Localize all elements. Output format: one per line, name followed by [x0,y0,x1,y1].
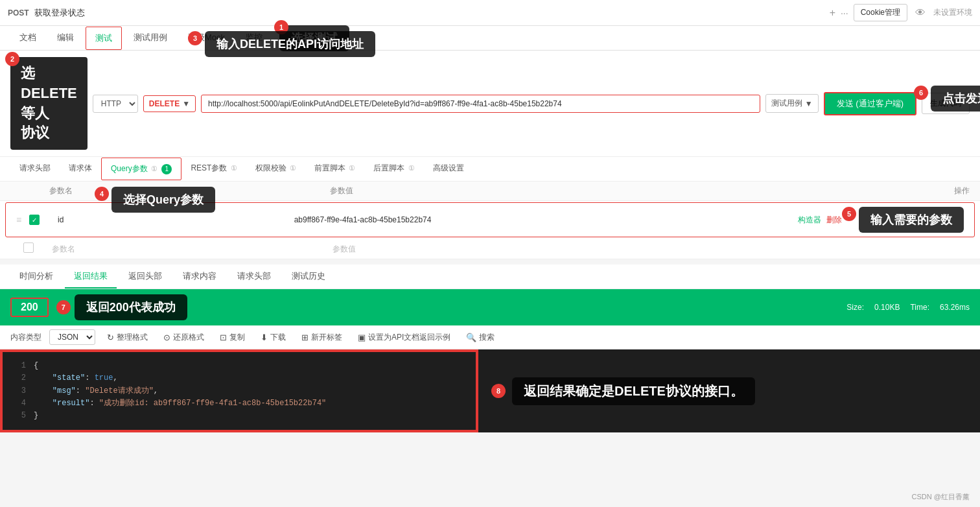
tab-testcase[interactable]: 测试用例 [124,27,176,50]
annotation-8-area: 8 返回结果确定是DELETE协议的接口。 [478,349,980,432]
param-name-input[interactable] [55,214,292,226]
new-tab-btn[interactable]: ⊞ 新开标签 [298,330,346,345]
format-icon: ↻ [107,333,114,342]
code-line-2: 2 "state": true, [13,372,465,384]
download-btn[interactable]: ⬇ 下载 [257,330,290,345]
format-label: 整理格式 [117,332,148,343]
restore-btn[interactable]: ⊙ 还原格式 [159,330,208,345]
params-tab-post[interactable]: 后置脚本 ① [364,158,423,180]
search-label: 搜索 [479,332,495,343]
params-tab-advanced[interactable]: 高级设置 [424,158,473,180]
api-doc-btn[interactable]: ▣ 设置为API文档返回示例 [354,330,454,345]
new-tab-label: 新开标签 [311,332,342,343]
content-type-select[interactable]: JSON [49,329,95,345]
code-content-4: "result": "成功删除id: ab9ff867-ff9e-4fa1-ac… [34,397,326,410]
query-params-tab-wrap: Query参数 ① 1 4 选择Query参数 [101,158,181,180]
method-name: DELETE [149,99,180,108]
search-icon: 🔍 [466,333,476,342]
response-toolbar: 内容类型 JSON ↻ 整理格式 ⊙ 还原格式 ⊡ 复制 ⬇ 下载 ⊞ 新开标签… [0,325,980,349]
result-tab-header[interactable]: 返回头部 [119,265,171,289]
ann-label-5: 输入需要的参数 [859,207,964,233]
nav-tabs: 文档 编辑 测试 测试用例 高级Mock 监控 1 选择测试 [0,26,980,51]
tab-edit[interactable]: 编辑 [48,27,83,50]
empty-value-cell [330,243,892,255]
code-block: 1 { 2 "state": true, 3 "msg": "Delete请求成… [1,351,477,431]
ann-num-6: 6 [914,86,928,100]
tab-test[interactable]: 测试 [86,27,122,50]
ann-label-8: 返回结果确定是DELETE协议的接口。 [512,377,755,405]
code-content-5: } [34,410,38,422]
query-badge: 1 [161,164,172,174]
env-text: 未设置环境 [933,7,972,18]
empty-name-input[interactable] [49,243,330,255]
test-case-label: 测试用例 [771,98,802,109]
test-case-btn[interactable]: 测试用例 ▼ [765,94,819,113]
result-tab-req-header[interactable]: 请求头部 [228,265,280,289]
search-btn[interactable]: 🔍 搜索 [462,330,498,345]
constructor-link[interactable]: 构造器 [798,215,821,226]
top-bar-actions: Cookie管理 👁 未设置环境 [854,4,972,21]
param-value-cell [292,214,764,226]
result-tab-time[interactable]: 时间分析 [10,265,62,289]
params-tab-auth[interactable]: 权限校验 ① [246,158,305,180]
row-check[interactable]: ✓ [29,215,55,225]
result-tab-history[interactable]: 测试历史 [283,265,334,289]
checkbox[interactable]: ✓ [29,215,40,225]
result-tab-result[interactable]: 返回结果 [65,265,117,289]
content-type-label: 内容类型 [10,332,41,343]
empty-value-input[interactable] [330,243,892,255]
drag-handle[interactable]: ≡ [16,215,29,225]
tab-more-icon[interactable]: ··· [841,8,848,18]
time-label: Time: [910,303,929,312]
size-value: 0.10KB [874,303,900,312]
top-bar: POST 获取登录状态 + ··· Cookie管理 👁 未设置环境 [0,0,980,26]
delete-link[interactable]: 删除 [826,215,842,226]
code-line-5: 5 } [13,410,465,422]
col-action-header: 操作 [892,185,970,196]
params-tab-body[interactable]: 请求体 [60,158,101,180]
url-input[interactable] [201,95,760,113]
tab-add-icon[interactable]: + [830,7,835,19]
param-value-input[interactable] [292,214,764,226]
send-btn[interactable]: 发送 (通过客户端) [824,92,916,115]
params-tab-query[interactable]: Query参数 ① 1 [101,158,181,180]
download-icon: ⬇ [261,333,268,342]
ann-label-6: 点击发送 [931,86,980,112]
code-content-1: { [34,360,38,372]
code-line-3: 3 "msg": "Delete请求成功", [13,385,465,397]
ann-label-7: 返回200代表成功 [75,294,187,320]
annotation-2-wrap: 2 选DELETE等人协议 [10,57,88,150]
status-code: 200 [10,298,49,317]
empty-checkbox[interactable] [23,242,34,253]
annotation-4-wrap: 4 选择Query参数 [95,187,215,213]
test-case-chevron: ▼ [805,99,813,108]
copy-label: 复制 [229,332,245,343]
ann-num-3: 3 [188,31,202,45]
copy-icon: ⊡ [220,333,227,342]
http-select[interactable]: HTTP [93,95,138,113]
param-name-cell [55,214,292,226]
cookie-btn[interactable]: Cookie管理 [854,4,907,21]
ann-num-7: 7 [56,300,71,314]
eye-icon[interactable]: 👁 [915,7,926,19]
copy-btn[interactable]: ⊡ 复制 [216,330,249,345]
params-tab-pre[interactable]: 前置脚本 ① [305,158,364,180]
tab-doc[interactable]: 文档 [10,27,45,50]
result-tab-request[interactable]: 请求内容 [174,265,226,289]
status-bar: 200 7 返回200代表成功 Size: 0.10KB Time: 63.26… [0,289,980,325]
download-label: 下载 [270,332,286,343]
params-tab-rest[interactable]: REST参数 ① [181,158,246,180]
top-bar-title: 获取登录状态 [34,7,824,19]
restore-label: 还原格式 [173,332,204,343]
code-area: 1 { 2 "state": true, 3 "msg": "Delete请求成… [0,349,980,432]
params-tabs: 请求头部 请求体 Query参数 ① 1 4 选择Query参数 REST参数 … [0,157,980,182]
size-label: Size: [846,303,864,312]
format-btn[interactable]: ↻ 整理格式 [103,330,152,345]
method-select[interactable]: DELETE ▼ [143,95,196,112]
annotation-6-wrap: 6 点击发送 [914,86,980,112]
annotation-5-wrap: 5 输入需要的参数 [842,207,964,233]
code-line-4: 4 "result": "成功删除id: ab9ff867-ff9e-4fa1-… [13,397,465,410]
params-tab-header[interactable]: 请求头部 [10,158,60,180]
annotation-3-wrap: 3 输入DELETE的API访问地址 [188,31,375,57]
url-bar: 2 选DELETE等人协议 HTTP DELETE ▼ 测试用例 ▼ 发送 (通… [0,51,980,157]
